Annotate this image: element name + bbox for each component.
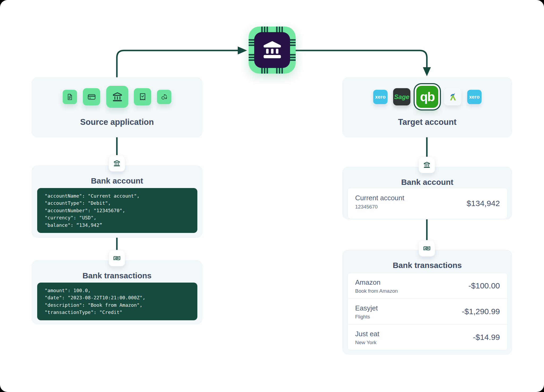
receipt-check-icon [134,88,151,105]
transaction-name: Amazon [355,278,380,287]
source-application-title: Source application [32,117,202,127]
diagram-canvas: Source application xero Sage qb xero Tar… [0,0,544,392]
freeagent-logo [444,88,461,105]
code-line: "transactionType": "Credit" [37,309,197,316]
code-line: "description": "Book from Amazon", [37,301,197,309]
arrowhead-right [238,46,247,54]
transaction-amount: -$100.00 [469,273,500,299]
code-line: "accountNumber": "12345670", [37,207,197,214]
code-line: "balance": “134,942” [37,221,197,229]
banknote-badge-icon [419,240,435,257]
bank-badge-icon [109,155,125,172]
target-account-title: Target account [343,117,512,127]
left-bank-transactions-title: Bank transactions [32,271,202,280]
transaction-description: New York [355,340,376,346]
left-bank-transactions-card: Bank transactions "amount": 100.0, "date… [32,260,202,324]
transaction-row: Amazon Book from Amazon -$100.00 [348,273,507,299]
account-balance: $134,942 [467,188,500,219]
transaction-row: Easyjet Flights -$1,290.99 [348,299,507,324]
transaction-amount: -$14.99 [473,325,500,350]
account-name: Current account [355,194,404,202]
xero-logo: xero [467,90,482,104]
sage-logo: Sage [393,88,410,105]
credit-card-icon [83,88,100,105]
code-line: "accountName": "Current account", [37,192,197,199]
right-bank-account-card: Bank account Current account 12345670 $1… [342,167,512,219]
bank-account-code-block: "accountName": "Current account", "accou… [37,188,197,233]
arrow-source-to-hub [117,50,238,77]
code-line: "amount": 100.0, [37,287,197,294]
bank-icon [106,86,128,108]
transaction-amount: -$1,290.99 [462,299,500,324]
right-bank-transactions-title: Bank transactions [343,261,512,270]
sync-icon [157,90,171,104]
transaction-description: Book from Amazon [355,288,398,294]
account-number: 12345670 [355,204,378,210]
account-row: Current account 12345670 $134,942 [347,188,508,219]
code-line: "currency": "USD", [37,214,197,221]
quickbooks-logo: qb [416,86,438,108]
right-bank-account-title: Bank account [343,178,512,187]
target-account-card: xero Sage qb xero Target account [342,77,512,137]
right-bank-transactions-card: Bank transactions Amazon Book from Amazo… [342,250,512,355]
document-icon [63,90,77,104]
transactions-list: Amazon Book from Amazon -$100.00 Easyjet… [347,273,508,350]
transaction-name: Just eat [355,330,379,338]
arrow-hub-to-target [296,50,427,67]
banknote-badge-icon [109,250,125,266]
left-bank-account-card: Bank account "accountName": "Current acc… [32,165,202,238]
code-line: "date": "2023-08-22T10:21:00.000Z", [37,294,197,301]
left-bank-account-title: Bank account [32,176,202,185]
transaction-description: Flights [355,314,370,320]
code-line: "accountType": "Debit", [37,199,197,207]
xero-logo: xero [373,90,388,104]
transaction-row: Just eat New York -$14.99 [348,324,507,350]
bank-badge-icon [419,157,435,173]
bank-transactions-code-block: "amount": 100.0, "date": "2023-08-22T10:… [37,283,197,320]
transaction-name: Easyjet [355,304,378,312]
bank-chip-icon [249,27,296,74]
source-application-card: Source application [32,77,202,137]
arrowhead-down [423,67,431,76]
